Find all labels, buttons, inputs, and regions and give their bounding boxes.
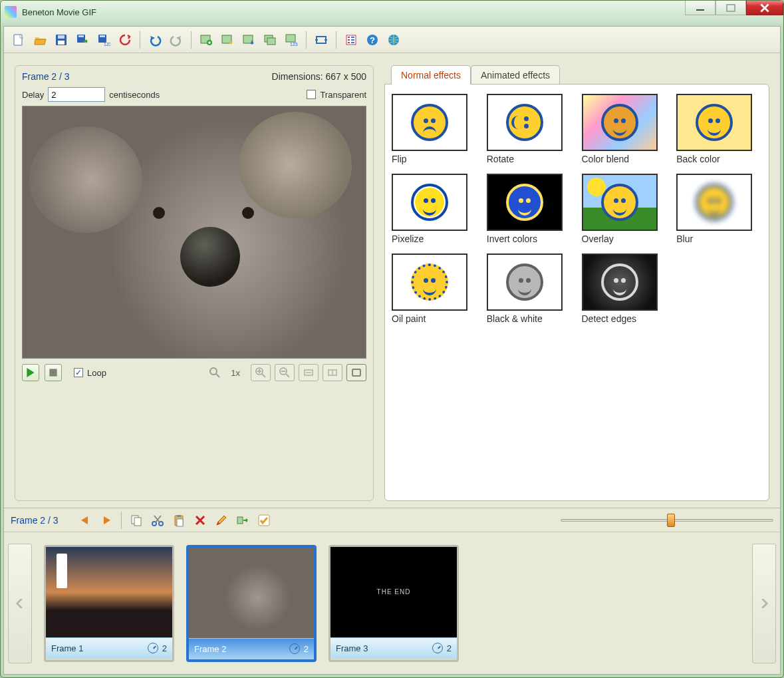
frame-card-2[interactable]: Frame 2 2 [186,545,317,662]
svg-rect-5 [78,35,84,37]
frame-dimensions: Dimensions: 667 x 500 [272,71,366,82]
frame-panel: Frame 2 / 3 Dimensions: 667 x 500 Delay … [15,65,374,501]
effect-edge[interactable]: Detect edges [582,254,668,324]
loop-checkbox-box[interactable] [74,368,83,377]
frame-meta: Frame 2 2 [189,638,314,659]
effect-flip[interactable]: Flip [392,94,477,164]
frame-card-1[interactable]: Frame 1 2 [44,545,174,662]
frame-counter: Frame 2 / 3 [22,71,70,82]
zoom-out-button[interactable] [275,364,295,381]
timeline: Frame 2 / 3 Frame 1 2Frame 2 2THE ENDFra… [4,508,780,674]
export-sequence-button[interactable]: 123 [94,31,113,49]
add-frame-button[interactable] [197,31,215,49]
frame-thumbnail [189,548,314,638]
svg-rect-22 [49,369,57,376]
frame-meta: Frame 3 2 [330,637,457,659]
next-frame-button[interactable] [97,511,116,530]
effects-content: FlipRotateColor blendBack colorPixelizeI… [384,84,769,501]
effect-backcolor[interactable]: Back color [676,94,762,164]
undo-button[interactable] [146,31,164,49]
svg-rect-2 [58,35,65,39]
effect-overlay[interactable]: Overlay [582,174,668,244]
timeline-scroll: Frame 1 2Frame 2 2THE ENDFrame 3 2 [4,532,780,674]
resize-button[interactable] [312,31,330,49]
redo-button[interactable] [167,31,186,49]
move-frame-button[interactable] [233,511,252,530]
tab-animated-effects[interactable]: Animated effects [471,65,560,85]
loop-checkbox[interactable]: Loop [74,368,106,378]
zoom-slider-thumb[interactable] [667,514,675,527]
delay-input[interactable] [48,87,105,102]
play-button[interactable] [22,364,39,381]
help-button[interactable]: ? [363,31,382,49]
select-all-button[interactable] [255,511,273,530]
new-button[interactable] [9,31,28,49]
export-button[interactable] [73,31,92,49]
stop-button[interactable] [45,364,62,381]
cut-frame-button[interactable] [148,511,167,530]
copy-frame-button[interactable] [127,511,146,530]
transparent-label: Transparent [320,90,366,100]
import-sequence-button[interactable]: 123 [282,31,301,49]
fit-width-button[interactable] [299,364,319,381]
frame-thumbnail: THE END [330,547,457,637]
svg-rect-7 [100,35,105,37]
reload-button[interactable] [116,31,134,49]
delete-frame-button[interactable] [191,511,209,530]
svg-text:123: 123 [104,42,110,47]
fit-screen-button[interactable] [323,364,342,381]
zoom-slider[interactable] [561,514,773,526]
open-button[interactable] [31,31,49,49]
close-button[interactable] [746,1,783,15]
frame-preview [22,106,366,359]
svg-rect-35 [177,519,183,526]
effect-pixelize[interactable]: Pixelize [392,174,477,244]
prev-frame-button[interactable] [76,511,94,530]
titlebar: Beneton Movie GIF [1,1,783,23]
main-area: Frame 2 / 3 Dimensions: 667 x 500 Delay … [4,53,780,508]
effect-invert[interactable]: Invert colors [487,174,573,244]
zoom-in-button[interactable] [251,364,271,381]
maximize-button[interactable] [716,1,746,15]
timeline-nav-right[interactable] [752,544,776,663]
transparent-checkbox[interactable]: Transparent [307,90,366,100]
frame-label: Frame 1 [51,643,83,653]
svg-rect-17 [317,37,326,43]
effect-label: Pixelize [392,234,477,244]
import-image-button[interactable] [218,31,237,49]
app-window: Beneton Movie GIF 123123? Frame 2 / 3 Di… [0,0,784,678]
preview-controls: Loop 1x [22,364,366,381]
duplicate-frame-button[interactable] [261,31,279,49]
edit-frame-button[interactable] [212,511,231,530]
fullscreen-button[interactable] [346,364,366,381]
settings-button[interactable] [342,31,360,49]
zoom-level: 1x [231,368,240,378]
clock-icon [432,643,443,653]
effect-rotate[interactable]: Rotate [487,94,573,164]
window-title: Beneton Movie GIF [22,7,96,17]
svg-rect-34 [177,515,181,517]
effect-label: Invert colors [487,234,573,244]
app-icon [5,6,17,18]
effect-oil[interactable]: Oil paint [392,254,477,324]
timeline-toolbar: Frame 2 / 3 [4,508,780,532]
paste-frame-button[interactable] [170,511,188,530]
effect-bw[interactable]: Black & white [487,254,573,324]
effects-tabs: Normal effects Animated effects [391,65,769,85]
insert-image-button[interactable] [239,31,258,49]
timeline-nav-left[interactable] [8,544,32,663]
minimize-button[interactable] [685,1,716,15]
clock-icon [148,643,158,653]
delay-label: Delay [22,90,44,100]
timeline-counter: Frame 2 / 3 [11,515,59,526]
tab-normal-effects[interactable]: Normal effects [391,65,471,85]
save-button[interactable] [52,31,70,49]
transparent-checkbox-box[interactable] [307,90,316,99]
effect-colorblend[interactable]: Color blend [582,94,668,164]
effect-thumb-blur [676,174,752,231]
effect-blur[interactable]: Blur [676,174,762,244]
effect-label: Blur [676,234,762,244]
frame-card-3[interactable]: THE ENDFrame 3 2 [328,545,459,662]
effect-label: Flip [392,154,477,164]
website-button[interactable] [384,31,403,49]
